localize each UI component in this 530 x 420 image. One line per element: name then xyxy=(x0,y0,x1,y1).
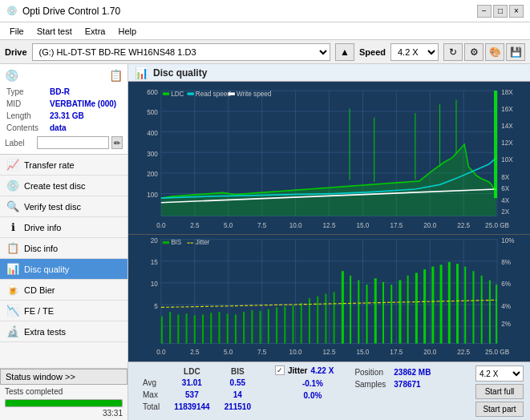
col-ldc: LDC xyxy=(168,367,216,376)
menu-file[interactable]: File xyxy=(3,25,30,38)
svg-rect-102 xyxy=(210,313,212,343)
verify-test-disc-label: Verify test disc xyxy=(24,202,121,212)
disc-quality-icon: 📊 xyxy=(6,263,19,275)
svg-rect-96 xyxy=(161,317,163,344)
menu-extra[interactable]: Extra xyxy=(79,25,112,38)
svg-rect-124 xyxy=(390,285,392,343)
avg-label: Avg xyxy=(136,378,166,388)
svg-rect-129 xyxy=(431,266,434,343)
transfer-rate-label: Transfer rate xyxy=(24,160,121,170)
svg-rect-122 xyxy=(374,278,377,343)
svg-text:5.0: 5.0 xyxy=(224,348,233,356)
total-bis: 211510 xyxy=(218,402,257,412)
speed-dropdown[interactable]: 4.2 X 2.0 X 4.0 X MAX xyxy=(475,365,524,382)
svg-text:10.0: 10.0 xyxy=(289,221,302,229)
status-time: 33:31 xyxy=(0,409,127,420)
svg-text:100: 100 xyxy=(147,191,158,199)
refresh-icon[interactable]: ↻ xyxy=(443,43,463,61)
app-icon: 💿 xyxy=(6,6,18,16)
avg-ldc: 31.01 xyxy=(168,378,216,388)
speed-select[interactable]: 4.2 X xyxy=(390,43,439,61)
svg-rect-136 xyxy=(489,280,491,343)
maximize-button[interactable]: □ xyxy=(493,5,508,18)
charts-container: 600 500 400 300 200 100 18X 16X 14X 12X … xyxy=(128,82,530,361)
drive-select[interactable]: (G:) HL-DT-ST BD-RE WH16NS48 1.D3 xyxy=(32,43,330,61)
contents-label: Contents xyxy=(6,123,48,133)
svg-text:15: 15 xyxy=(151,258,158,266)
svg-rect-119 xyxy=(350,276,351,344)
disc-info-table: Type BD-R MID VERBATIMe (000) Length 23.… xyxy=(5,85,123,135)
speed-val: 4.22 X xyxy=(310,366,334,375)
jitter-header: ✓ Jitter 4.22 X xyxy=(275,365,334,375)
svg-rect-106 xyxy=(243,312,245,344)
minimize-button[interactable]: − xyxy=(477,5,492,18)
sidebar-item-disc-quality[interactable]: 📊 Disc quality xyxy=(0,259,127,280)
svg-text:18X: 18X xyxy=(501,87,513,95)
svg-rect-130 xyxy=(440,265,443,343)
svg-text:25.0 GB: 25.0 GB xyxy=(485,221,509,229)
drive-label: Drive xyxy=(5,47,27,57)
content-panel: 📊 Disc quality xyxy=(128,64,530,420)
svg-rect-114 xyxy=(309,298,310,343)
svg-text:10X: 10X xyxy=(501,155,513,164)
avg-bis: 0.55 xyxy=(218,378,257,388)
svg-text:2X: 2X xyxy=(501,208,509,216)
close-button[interactable]: × xyxy=(509,5,524,18)
svg-rect-118 xyxy=(342,271,344,343)
contents-value: data xyxy=(50,123,121,133)
svg-rect-132 xyxy=(456,264,459,343)
sidebar-item-extra-tests[interactable]: 🔬 Extra tests xyxy=(0,321,127,342)
eject-button[interactable]: ▲ xyxy=(335,43,354,61)
status-window-button[interactable]: Status window >> xyxy=(0,369,127,385)
position-label: Position xyxy=(351,367,389,378)
sidebar-item-fe-te[interactable]: 📉 FE / TE xyxy=(0,301,127,321)
start-full-button[interactable]: Start full xyxy=(475,384,524,399)
svg-rect-128 xyxy=(423,269,426,344)
sidebar-item-transfer-rate[interactable]: 📈 Transfer rate xyxy=(0,155,127,176)
max-ldc: 537 xyxy=(168,390,216,400)
svg-text:Write speed: Write speed xyxy=(237,90,272,98)
svg-text:15.0: 15.0 xyxy=(356,348,369,356)
samples-value: 378671 xyxy=(390,379,434,390)
settings-icon[interactable]: ⚙ xyxy=(464,43,483,61)
label-input[interactable] xyxy=(37,136,109,149)
jitter-checkbox[interactable]: ✓ xyxy=(275,365,285,375)
length-value: 23.31 GB xyxy=(50,111,121,121)
sidebar-item-cd-bier[interactable]: 🍺 CD Bier xyxy=(0,280,127,301)
sidebar-item-disc-info[interactable]: 📋 Disc info xyxy=(0,238,127,259)
svg-rect-105 xyxy=(235,314,237,343)
position-value: 23862 MB xyxy=(390,367,434,378)
palette-icon[interactable]: 🎨 xyxy=(485,43,504,61)
svg-text:17.5: 17.5 xyxy=(390,221,403,229)
total-ldc: 11839144 xyxy=(168,402,216,412)
svg-text:7.5: 7.5 xyxy=(257,348,267,356)
svg-text:500: 500 xyxy=(147,108,158,116)
menu-help[interactable]: Help xyxy=(111,25,143,38)
samples-label: Samples xyxy=(351,379,389,390)
mid-value: VERBATIMe (000) xyxy=(50,99,121,109)
svg-rect-97 xyxy=(169,312,171,344)
label-edit-button[interactable]: ✏ xyxy=(111,136,123,149)
ldc-chart: 600 500 400 300 200 100 18X 16X 14X 12X … xyxy=(128,82,530,235)
svg-text:12.5: 12.5 xyxy=(323,348,336,356)
svg-text:15.0: 15.0 xyxy=(356,221,369,229)
save-icon[interactable]: 💾 xyxy=(506,43,525,61)
avg-jitter-label xyxy=(277,378,292,389)
bottom-stats-panel: LDC BIS Avg 31.01 0.55 Max 537 14 xyxy=(128,361,530,420)
sidebar-item-verify-test-disc[interactable]: 🔍 Verify test disc xyxy=(0,196,127,217)
sidebar: 💿 📋 Type BD-R MID VERBATIMe (000) Length… xyxy=(0,64,128,420)
titlebar-controls[interactable]: − □ × xyxy=(477,5,524,18)
mid-label: MID xyxy=(6,99,48,109)
svg-rect-138 xyxy=(163,241,169,244)
start-part-button[interactable]: Start part xyxy=(475,402,524,417)
menu-start-test[interactable]: Start test xyxy=(30,25,79,38)
svg-text:0.0: 0.0 xyxy=(156,348,166,356)
svg-text:14X: 14X xyxy=(501,122,513,130)
sidebar-item-drive-info[interactable]: ℹ Drive info xyxy=(0,217,127,238)
svg-rect-113 xyxy=(301,303,302,344)
sidebar-item-create-test-disc[interactable]: 💿 Create test disc xyxy=(0,176,127,196)
drive-info-icon: ℹ xyxy=(6,221,19,233)
titlebar-left: 💿 Opti Drive Control 1.70 xyxy=(6,6,120,17)
progress-bar-container xyxy=(5,399,123,407)
col-empty xyxy=(136,367,166,376)
